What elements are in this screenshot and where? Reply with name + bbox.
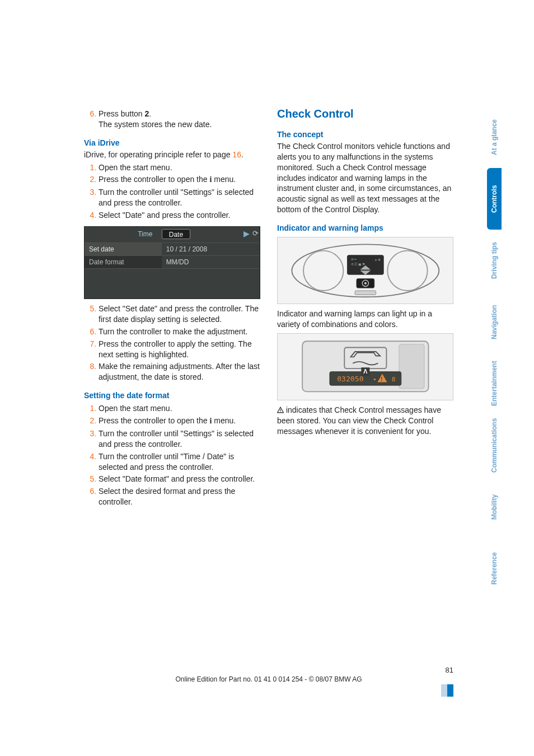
- idrive-date-screenshot: Time Date ▶ ⟳ Set date 10 / 21 / 2008 Da…: [84, 226, 260, 299]
- cluster-illustration: ⊘ ━ ⟲ ☰ ▣ ⚑ ≡ ❉: [287, 239, 444, 302]
- via-idrive-heading: Via iDrive: [84, 138, 260, 148]
- tab-mobility[interactable]: Mobility: [487, 476, 502, 538]
- screenshot-row-1: Set date 10 / 21 / 2008: [85, 242, 260, 255]
- tab-controls[interactable]: Controls: [487, 168, 502, 230]
- screenshot-tabrow: Time Date ▶ ⟳: [85, 229, 260, 241]
- warning-triangle-icon: [277, 407, 284, 413]
- footer-corner-mark: [441, 684, 453, 697]
- step-c4: Turn the controller until "Time / Date" …: [99, 451, 260, 473]
- lamps-body: Indicator and warning lamps can light up…: [277, 309, 453, 330]
- tab-reference[interactable]: Reference: [487, 538, 502, 599]
- screenshot-row1-label: Set date: [85, 243, 162, 255]
- page-number: 81: [84, 666, 453, 674]
- screenshot-gear-icon: ⟳: [252, 229, 259, 237]
- idrive-steps-b: Select "Set date" and press the controll…: [84, 304, 260, 382]
- idrive-intro-b: .: [241, 150, 243, 159]
- left-column: Press button 2. The system stores the ne…: [84, 106, 260, 513]
- date-format-heading: Setting the date format: [84, 390, 260, 401]
- svg-rect-10: [355, 291, 376, 295]
- date-format-steps: Open the start menu. Press the controlle…: [84, 403, 260, 507]
- step-b6: Turn the controller to make the adjustme…: [99, 326, 260, 337]
- idrive-intro: iDrive, for operating principle refer to…: [84, 150, 260, 160]
- step-a2: Press the controller to open the i menu.: [99, 174, 260, 185]
- step-6: Press button 2. The system stores the ne…: [99, 109, 260, 130]
- step-c6: Select the desired format and press the …: [99, 486, 260, 507]
- lcd-figure: 032050 • ! 8 A: [277, 333, 453, 400]
- cluster-figure: ⊘ ━ ⟲ ☰ ▣ ⚑ ≡ ❉: [277, 237, 453, 304]
- screenshot-tab-date: Date: [162, 229, 190, 239]
- check-control-heading: Check Control: [277, 106, 453, 122]
- tab-at-a-glance[interactable]: At a glance: [487, 106, 502, 168]
- svg-point-1: [303, 250, 343, 290]
- svg-rect-12: [399, 344, 424, 389]
- step-c1: Open the start menu.: [99, 403, 260, 414]
- tab-entertainment[interactable]: Entertainment: [487, 353, 502, 414]
- step-b5: Select "Set date" and press the controll…: [99, 304, 260, 325]
- step-6-line2: The system stores the new date.: [99, 120, 212, 129]
- svg-point-9: [364, 282, 366, 284]
- step-a3: Turn the controller until "Settings" is …: [99, 187, 260, 208]
- svg-point-21: [280, 411, 280, 412]
- lcd-readout: 032050: [337, 375, 364, 383]
- screenshot-tab-time: Time: [132, 229, 158, 239]
- concept-body: The Check Control monitors vehicle funct…: [277, 141, 453, 215]
- svg-text:⟲ ☰ ▣ ⚑: ⟲ ☰ ▣ ⚑: [350, 263, 365, 266]
- lamps-heading: Indicator and warning lamps: [277, 223, 453, 234]
- step-b7: Press the controller to apply the settin…: [99, 339, 260, 360]
- step-c5: Select "Date format" and press the contr…: [99, 474, 260, 484]
- right-column: Check Control The concept The Check Cont…: [277, 106, 453, 513]
- step-a2-a: Press the controller to open the: [99, 175, 209, 184]
- page-content: Press button 2. The system stores the ne…: [84, 106, 453, 513]
- svg-text:•: •: [373, 376, 377, 383]
- tab-communications[interactable]: Communications: [487, 414, 502, 476]
- lcd-illustration: 032050 • ! 8 A: [287, 335, 444, 398]
- warn-body: indicates that Check Control messages ha…: [277, 405, 441, 436]
- svg-point-2: [387, 250, 427, 290]
- two-column-layout: Press button 2. The system stores the ne…: [84, 106, 453, 513]
- screenshot-body: Set date 10 / 21 / 2008 Date format MM/D…: [85, 242, 260, 269]
- screenshot-row2-value: MM/DD: [162, 256, 260, 268]
- screenshot-arrow-icon: ▶: [243, 229, 250, 238]
- concept-heading: The concept: [277, 129, 453, 140]
- step-b8: Make the remaining adjustments. After th…: [99, 361, 260, 382]
- step-a2-b: menu.: [212, 175, 236, 184]
- step-c3: Turn the controller until "Settings" is …: [99, 428, 260, 450]
- svg-text:8: 8: [391, 376, 395, 383]
- step-c2-b: menu.: [212, 416, 236, 425]
- svg-text:⊘ ━: ⊘ ━: [350, 257, 357, 260]
- screenshot-row1-value: 10 / 21 / 2008: [162, 243, 260, 255]
- idrive-intro-a: iDrive, for operating principle refer to…: [84, 150, 232, 159]
- svg-text:!: !: [381, 376, 382, 382]
- step-a1: Open the start menu.: [99, 162, 260, 173]
- idrive-steps-a: Open the start menu. Press the controlle…: [84, 162, 260, 221]
- step-list-continue: Press button 2. The system stores the ne…: [84, 109, 260, 130]
- section-tabs: At a glance Controls Driving tips Naviga…: [487, 106, 502, 599]
- page-footer: 81 Online Edition for Part no. 01 41 0 0…: [84, 666, 453, 683]
- step-6-text-a: Press button: [99, 109, 145, 118]
- step-a4: Select "Date" and press the controller.: [99, 210, 260, 221]
- warn-paragraph: indicates that Check Control messages ha…: [277, 405, 453, 437]
- footer-line: Online Edition for Part no. 01 41 0 014 …: [84, 675, 453, 683]
- tab-driving-tips[interactable]: Driving tips: [487, 230, 502, 291]
- screenshot-row2-label: Date format: [85, 256, 162, 268]
- screenshot-row-2: Date format MM/DD: [85, 255, 260, 269]
- step-c2: Press the controller to open the i menu.: [99, 416, 260, 427]
- svg-text:≡ ❉: ≡ ❉: [374, 258, 380, 262]
- step-6-text-b: .: [149, 109, 151, 118]
- tab-navigation[interactable]: Navigation: [487, 291, 502, 353]
- page-ref-16[interactable]: 16: [232, 150, 241, 159]
- step-c2-a: Press the controller to open the: [99, 416, 209, 425]
